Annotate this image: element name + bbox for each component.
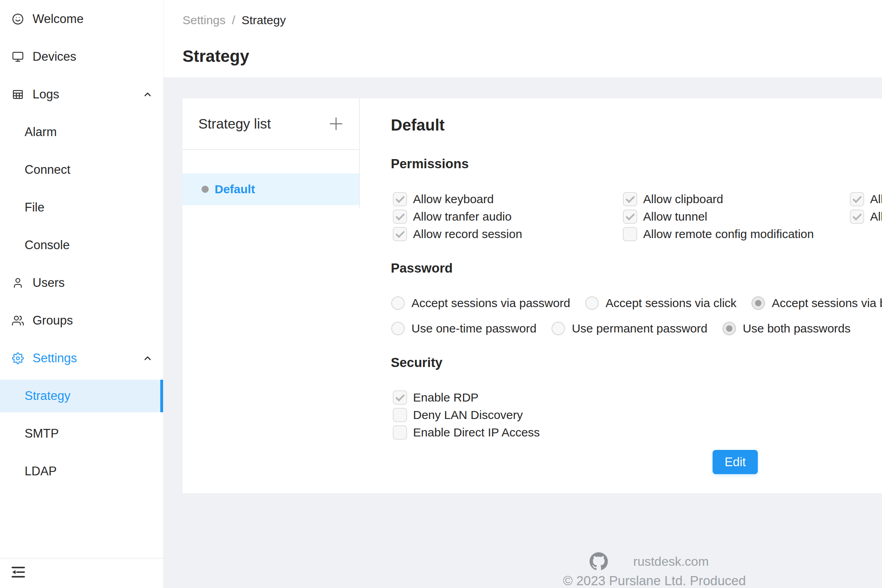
checkbox-icon xyxy=(850,209,864,224)
sidebar-item-smtp[interactable]: SMTP xyxy=(0,415,163,452)
checkbox-icon xyxy=(850,192,864,206)
footer-links: rustdesk.com xyxy=(590,552,746,571)
checkbox-allow-clipboard[interactable]: Allow clipboard xyxy=(623,190,850,208)
github-icon[interactable] xyxy=(590,552,608,571)
smiley-icon xyxy=(12,13,24,25)
radio-use-one-time-password[interactable]: Use one-time password xyxy=(391,322,536,335)
sidebar-item-label: Strategy xyxy=(25,389,70,403)
radio-icon xyxy=(391,296,405,310)
radio-icon xyxy=(723,322,736,335)
checkbox-icon xyxy=(393,390,407,405)
radio-use-permanent-password[interactable]: Use permanent password xyxy=(551,322,707,335)
footer: rustdesk.com © 2023 Purslane Ltd. Produc… xyxy=(590,552,746,588)
checkbox-icon xyxy=(393,408,407,422)
checkbox-allow-remote-config-modification[interactable]: Allow remote config modification xyxy=(623,225,850,243)
radio-use-both-passwords[interactable]: Use both passwords xyxy=(723,322,851,335)
radio-icon xyxy=(585,296,599,310)
security-list: Enable RDP Deny LAN Discovery Enable Dir… xyxy=(393,389,540,441)
table-icon xyxy=(12,88,24,100)
sidebar-item-file[interactable]: File xyxy=(0,188,163,226)
password-heading: Password xyxy=(391,261,453,276)
radio-icon xyxy=(391,322,405,335)
rustdesk-site-link[interactable]: rustdesk.com xyxy=(633,554,709,569)
sidebar-item-groups[interactable]: Groups xyxy=(0,302,163,339)
checkbox-icon xyxy=(393,192,407,206)
sidebar-footer-divider xyxy=(0,558,163,559)
copyright-text: © 2023 Purslane Ltd. Produced xyxy=(563,573,746,588)
sidebar-item-devices[interactable]: Devices xyxy=(0,38,163,75)
sidebar-item-ldap[interactable]: LDAP xyxy=(0,452,163,490)
sidebar-item-strategy[interactable]: Strategy xyxy=(0,377,163,415)
radio-icon xyxy=(551,322,565,335)
sidebar-item-users[interactable]: Users xyxy=(0,264,163,302)
checkbox-icon xyxy=(393,227,407,241)
permissions-column-3: All All xyxy=(850,190,882,243)
sidebar-item-label: Console xyxy=(25,238,70,252)
sidebar-item-label: Connect xyxy=(25,163,70,177)
strategy-list-item-default[interactable]: Default xyxy=(183,173,359,205)
sidebar-item-label: Welcome xyxy=(33,12,84,26)
users-icon xyxy=(12,315,24,327)
checkbox-allow-tranfer-audio[interactable]: Allow tranfer audio xyxy=(393,208,623,225)
radio-accept-sessions-via-both[interactable]: Accept sessions via both xyxy=(751,296,882,310)
chevron-up-icon xyxy=(142,353,153,363)
status-dot xyxy=(202,186,209,193)
strategy-list-title: Strategy list xyxy=(198,116,271,132)
sidebar-selected-highlight: Strategy xyxy=(0,380,163,412)
checkbox-deny-lan-discovery[interactable]: Deny LAN Discovery xyxy=(393,406,540,424)
monitor-icon xyxy=(12,51,24,63)
page-header: Settings / Strategy Strategy xyxy=(163,0,882,77)
breadcrumb-settings[interactable]: Settings xyxy=(183,13,225,27)
breadcrumb-separator: / xyxy=(232,13,235,27)
add-strategy-button[interactable] xyxy=(327,115,345,133)
permissions-column-2: Allow clipboard Allow tunnel Allow remot… xyxy=(623,190,850,243)
gear-icon xyxy=(12,352,24,364)
sidebar: Welcome Devices Logs Alarm Connect File xyxy=(0,0,163,588)
content-area: Strategy list Default Default Permission… xyxy=(163,77,882,588)
sidebar-item-connect[interactable]: Connect xyxy=(0,151,163,188)
checkbox-allow-record-session[interactable]: Allow record session xyxy=(393,225,623,243)
sidebar-item-label: Logs xyxy=(33,87,59,102)
radio-icon xyxy=(751,296,765,310)
plus-icon xyxy=(327,128,345,134)
checkbox-enable-rdp[interactable]: Enable RDP xyxy=(393,389,540,406)
checkbox-allow-keyboard[interactable]: Allow keyboard xyxy=(393,190,623,208)
user-icon xyxy=(12,277,24,289)
sidebar-item-logs[interactable]: Logs xyxy=(0,75,163,113)
strategy-list-panel: Strategy list Default xyxy=(183,98,360,208)
sidebar-item-label: Groups xyxy=(33,313,73,328)
collapse-sidebar-icon xyxy=(10,575,26,581)
checkbox-allow-tunnel[interactable]: Allow tunnel xyxy=(623,208,850,225)
password-accept-options: Accept sessions via password Accept sess… xyxy=(391,291,882,315)
checkbox-icon xyxy=(623,227,637,241)
sidebar-item-label: Alarm xyxy=(25,125,57,139)
sidebar-item-label: SMTP xyxy=(25,427,59,441)
chevron-up-icon xyxy=(142,89,153,100)
sidebar-item-label: LDAP xyxy=(25,464,57,478)
strategy-list-header: Strategy list xyxy=(183,98,359,150)
password-type-options: Use one-time password Use permanent pass… xyxy=(391,316,851,341)
permissions-heading: Permissions xyxy=(391,156,469,171)
checkbox-enable-direct-ip-access[interactable]: Enable Direct IP Access xyxy=(393,424,540,441)
sidebar-item-welcome[interactable]: Welcome xyxy=(0,0,163,38)
sidebar-item-settings[interactable]: Settings xyxy=(0,339,163,377)
radio-accept-sessions-via-click[interactable]: Accept sessions via click xyxy=(585,296,736,310)
checkbox-allow-truncated-1[interactable]: All xyxy=(850,190,882,208)
checkbox-icon xyxy=(623,209,637,224)
collapse-sidebar-button[interactable] xyxy=(10,564,26,580)
permissions-grid: Allow keyboard Allow tranfer audio Allow… xyxy=(393,190,882,243)
radio-accept-sessions-via-password[interactable]: Accept sessions via password xyxy=(391,296,570,310)
breadcrumb: Settings / Strategy xyxy=(183,13,286,27)
checkbox-icon xyxy=(393,209,407,224)
checkbox-allow-truncated-2[interactable]: All xyxy=(850,208,882,225)
sidebar-item-console[interactable]: Console xyxy=(0,226,163,264)
strategy-name: Default xyxy=(215,183,255,196)
checkbox-icon xyxy=(393,425,407,440)
sidebar-item-label: Devices xyxy=(33,50,76,64)
page-title: Strategy xyxy=(183,47,249,66)
edit-button[interactable]: Edit xyxy=(713,450,758,474)
sidebar-item-label: File xyxy=(25,200,44,215)
sidebar-item-alarm[interactable]: Alarm xyxy=(0,113,163,151)
strategy-card: Strategy list Default Default Permission… xyxy=(183,98,882,493)
breadcrumb-strategy: Strategy xyxy=(242,13,286,27)
